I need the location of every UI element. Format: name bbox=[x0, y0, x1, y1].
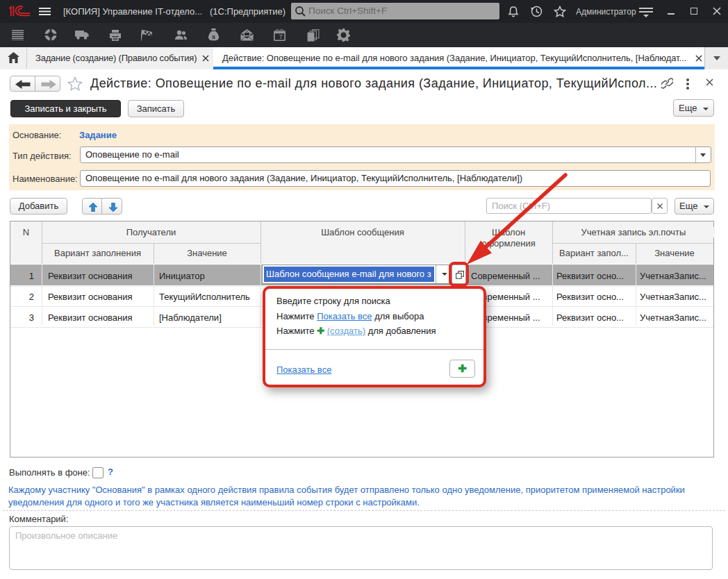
svg-text:s: s bbox=[212, 33, 215, 40]
svg-text:7: 7 bbox=[279, 33, 283, 40]
